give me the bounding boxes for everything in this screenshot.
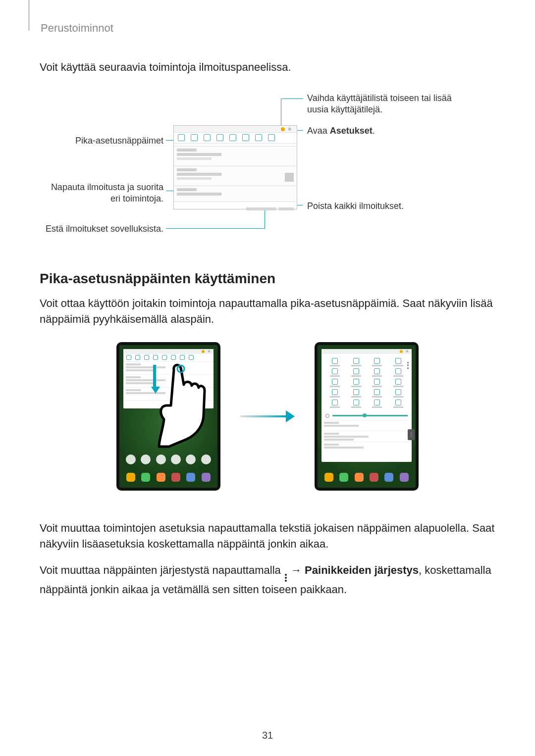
para-2: Voit muuttaa toimintojen asetuksia napau… (40, 520, 495, 552)
callout-block-notifications: Estä ilmoitukset sovelluksista. (40, 223, 163, 235)
dock (123, 471, 214, 484)
callout-tap-notification: Napauta ilmoitusta ja suorita eri toimin… (40, 182, 163, 205)
swipe-figure-row: ✻ (40, 342, 495, 491)
panel-expanded: ✻ (321, 349, 412, 462)
status-bar: ✻ (174, 126, 297, 133)
intro-text: Voit käyttää seuraavia toimintoja ilmoit… (40, 59, 495, 75)
notification-item (174, 147, 297, 166)
brightness-slider (321, 412, 412, 420)
tablet-after: ✻ ⋮ (315, 342, 419, 491)
notification-item (174, 166, 297, 186)
callout-clear-notifications: Poista kaikki ilmoitukset. (307, 201, 466, 212)
side-tab-button: ⋮ (408, 429, 415, 440)
dock (321, 471, 412, 484)
qs-icon (242, 134, 249, 141)
callout-open-settings: Avaa Asetukset. (307, 125, 466, 137)
notification-item (174, 186, 297, 202)
hand-gesture-icon (154, 360, 218, 449)
para3-a: Voit muuttaa näppäinten järjestystä napa… (40, 564, 284, 576)
para-1: Voit ottaa käyttöön joitakin toimintoja … (40, 296, 495, 327)
section-heading: Pika-asetusnäppäinten käyttäminen (40, 271, 495, 287)
callout-line (166, 228, 265, 229)
qs-icon (178, 134, 185, 141)
qs-icon (216, 134, 223, 141)
callout-line (281, 99, 303, 99)
page-number: 31 (0, 730, 535, 741)
notification-panel-mock: ✻ (173, 125, 297, 209)
open-settings-suffix: . (373, 126, 375, 136)
notification-panel-diagram: Pika-asetusnäppäimet Napauta ilmoitusta … (40, 93, 495, 241)
qs-icon (255, 134, 262, 141)
callout-quick-settings: Pika-asetusnäppäimet (40, 135, 163, 147)
more-menu-icon (407, 362, 410, 369)
home-widgets (123, 453, 214, 466)
qs-icon (268, 134, 275, 141)
transition-arrow-icon (240, 409, 295, 424)
page-content: Perustoiminnot Voit käyttää seuraavia to… (0, 0, 535, 598)
qs-icon (229, 134, 236, 141)
para3-bold: Painikkeiden järjestys (305, 564, 419, 576)
more-menu-icon (285, 574, 287, 582)
quick-settings-row (174, 133, 297, 144)
qs-icon (191, 134, 198, 141)
callout-switch-account: Vaihda käyttäjätilistä toiseen tai lisää… (307, 93, 466, 116)
settings-gear-icon: ✻ (288, 127, 292, 131)
para-3: Voit muuttaa näppäinten järjestystä napa… (40, 562, 495, 598)
open-settings-prefix: Avaa (307, 126, 330, 136)
page-header: Perustoiminnot (41, 20, 495, 35)
tablet-before: ✻ (116, 342, 220, 491)
open-settings-bold: Asetukset (330, 126, 373, 136)
user-account-icon (281, 127, 285, 131)
para3-arrow: → (288, 564, 305, 576)
notification-footer (174, 202, 297, 209)
qs-icon (204, 134, 211, 141)
quick-settings-grid (321, 354, 412, 412)
